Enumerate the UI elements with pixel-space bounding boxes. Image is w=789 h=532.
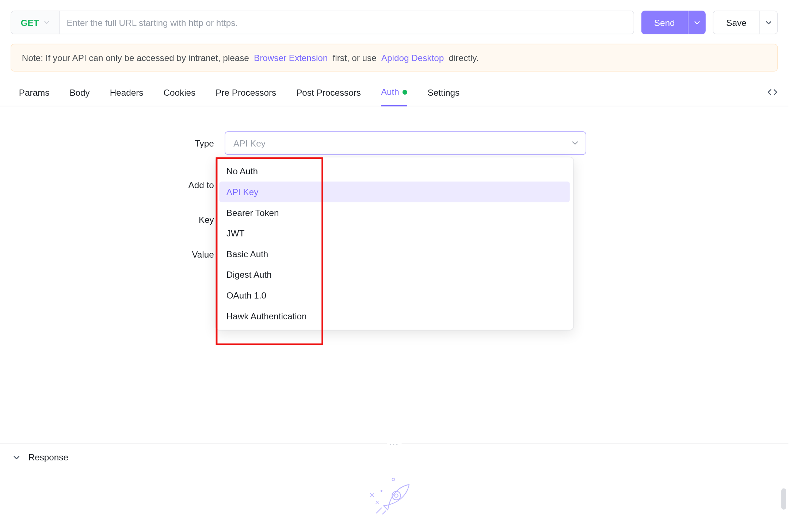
banner-prefix: Note: If your API can only be accessed b… (22, 53, 249, 63)
request-tabs: Params Body Headers Cookies Pre Processo… (19, 79, 460, 106)
tab-params[interactable]: Params (19, 79, 50, 106)
auth-value-label: Value (171, 250, 214, 260)
auth-type-option[interactable]: No Auth (219, 161, 569, 182)
auth-type-option[interactable]: Bearer Token (219, 202, 569, 223)
send-button[interactable]: Send (641, 11, 688, 34)
chevron-down-icon (13, 454, 20, 461)
chevron-down-icon (43, 19, 49, 25)
send-dropdown[interactable] (688, 11, 706, 34)
rocket-icon (353, 472, 436, 514)
response-section-header[interactable]: Response (0, 444, 788, 467)
auth-type-row: Type API Key (171, 131, 746, 155)
response-header-label: Response (28, 452, 68, 463)
banner-suffix: directly. (449, 53, 479, 63)
http-method-label: GET (21, 18, 39, 28)
chevron-down-icon (572, 140, 579, 147)
auth-type-value: API Key (233, 138, 266, 148)
tab-pre-processors[interactable]: Pre Processors (216, 79, 276, 106)
auth-panel: Type API Key Add to Key Value No AuthAPI… (0, 106, 788, 437)
auth-type-select[interactable]: API Key (225, 131, 586, 155)
save-button[interactable]: Save (713, 11, 760, 34)
drag-handle-icon: ... (387, 438, 401, 447)
svg-point-3 (381, 490, 382, 491)
tab-post-processors[interactable]: Post Processors (296, 79, 361, 106)
tab-settings[interactable]: Settings (427, 79, 460, 106)
auth-key-label: Key (171, 214, 214, 225)
tab-body[interactable]: Body (69, 79, 89, 106)
request-tabs-row: Params Body Headers Cookies Pre Processo… (0, 79, 788, 106)
request-bar: GET Send Save (0, 0, 788, 40)
auth-type-option[interactable]: Hawk Authentication (219, 306, 569, 327)
code-icon (767, 87, 778, 98)
save-splitbutton: Save (713, 11, 778, 34)
apidog-desktop-link[interactable]: Apidog Desktop (381, 53, 444, 63)
send-splitbutton: Send (641, 11, 705, 34)
chevron-down-icon (765, 19, 772, 26)
intranet-note-banner: Note: If your API can only be accessed b… (11, 44, 778, 72)
response-placeholder (0, 472, 788, 514)
auth-type-option[interactable]: API Key (219, 182, 569, 202)
auth-type-label: Type (171, 138, 214, 148)
save-dropdown[interactable] (759, 11, 777, 34)
auth-addto-label: Add to (171, 180, 214, 190)
url-input[interactable] (60, 11, 633, 34)
tab-cookies[interactable]: Cookies (164, 79, 196, 106)
auth-type-option[interactable]: JWT (219, 223, 569, 244)
split-divider[interactable]: ... (0, 444, 788, 444)
scrollbar-thumb[interactable] (781, 488, 786, 509)
svg-point-2 (392, 478, 394, 481)
save-label: Save (726, 18, 746, 28)
auth-type-option[interactable]: OAuth 1.0 (219, 285, 569, 306)
auth-type-option[interactable]: Basic Auth (219, 244, 569, 265)
svg-point-1 (394, 494, 398, 497)
banner-mid: first, or use (333, 53, 377, 63)
chevron-down-icon (694, 19, 700, 26)
auth-type-dropdown[interactable]: No AuthAPI KeyBearer TokenJWTBasic AuthD… (216, 157, 573, 330)
url-combo: GET (11, 11, 634, 34)
tab-headers[interactable]: Headers (110, 79, 144, 106)
tab-auth[interactable]: Auth (381, 79, 408, 106)
send-label: Send (654, 18, 675, 28)
auth-type-option[interactable]: Digest Auth (219, 264, 569, 285)
status-dot-icon (403, 90, 408, 94)
http-method-select[interactable]: GET (11, 11, 60, 34)
code-view-button[interactable] (767, 79, 778, 106)
browser-extension-link[interactable]: Browser Extension (254, 53, 328, 63)
